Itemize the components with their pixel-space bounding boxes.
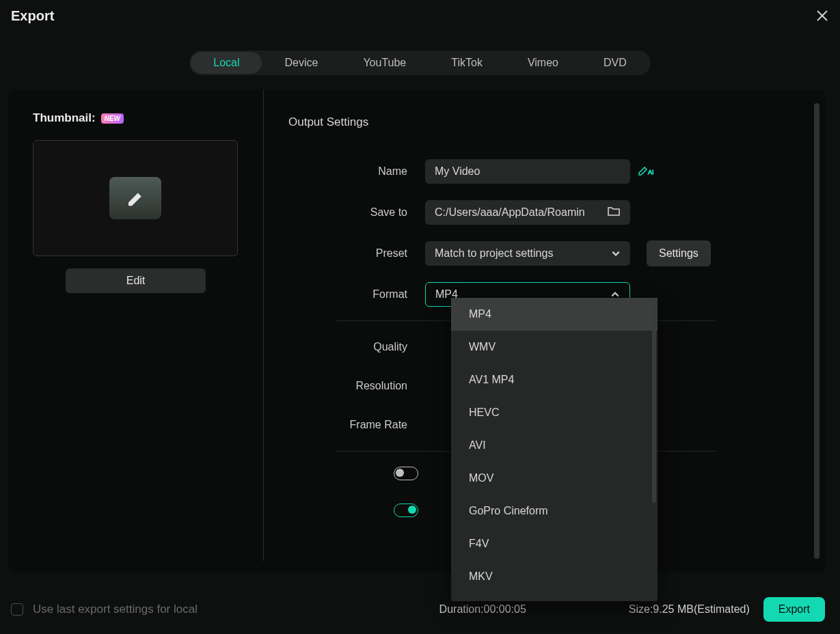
export-tabs: Local Device YouTube TikTok Vimeo DVD (189, 51, 651, 75)
close-icon[interactable] (815, 9, 829, 23)
format-option-gopro[interactable]: GoPro Cineform (451, 495, 658, 527)
quality-label: Quality (288, 341, 425, 353)
preset-label: Preset (288, 247, 425, 260)
saveto-label: Save to (288, 206, 425, 219)
tab-device[interactable]: Device (262, 52, 340, 74)
tab-tiktok[interactable]: TikTok (429, 52, 505, 74)
preset-value: Match to project settings (435, 247, 553, 260)
status-size: Size:9.25 MB(Estimated) (629, 603, 750, 616)
use-last-settings-checkbox[interactable] (11, 603, 23, 616)
edit-thumbnail-button[interactable]: Edit (66, 268, 206, 293)
saveto-value: C:/Users/aaa/AppData/Roamin (435, 206, 585, 219)
name-field[interactable] (425, 159, 630, 184)
format-option-avi[interactable]: AVI (451, 429, 658, 462)
tab-local[interactable]: Local (191, 52, 262, 74)
thumbnail-preview[interactable] (33, 140, 238, 256)
dropdown-scrollbar[interactable] (652, 305, 656, 503)
svg-text:AI: AI (648, 169, 654, 176)
pencil-icon (109, 177, 161, 219)
toggle-2[interactable] (394, 504, 418, 517)
format-option-f4v[interactable]: F4V (451, 527, 658, 560)
tab-vimeo[interactable]: Vimeo (505, 52, 581, 74)
ai-rename-icon[interactable]: AI (637, 163, 655, 180)
saveto-field[interactable]: C:/Users/aaa/AppData/Roamin (425, 200, 630, 225)
toggle-1[interactable] (394, 467, 418, 480)
format-option-av1mp4[interactable]: AV1 MP4 (451, 363, 658, 396)
page-title: Export (11, 8, 54, 24)
preset-settings-button[interactable]: Settings (647, 240, 711, 266)
format-option-mp4[interactable]: MP4 (451, 298, 658, 331)
framerate-label: Frame Rate (288, 419, 425, 431)
tab-dvd[interactable]: DVD (581, 52, 649, 74)
output-settings-heading: Output Settings (288, 115, 825, 129)
format-option-mov[interactable]: MOV (451, 462, 658, 495)
thumbnail-label: Thumbnail: (33, 111, 96, 125)
status-duration: Duration:00:00:05 (439, 603, 526, 616)
export-button[interactable]: Export (763, 597, 825, 622)
new-badge: NEW (101, 113, 124, 124)
preset-select[interactable]: Match to project settings (425, 241, 630, 266)
name-label: Name (288, 165, 425, 178)
resolution-label: Resolution (288, 380, 425, 392)
use-last-settings-label: Use last export settings for local (33, 603, 198, 616)
folder-icon[interactable] (607, 206, 621, 219)
tab-youtube[interactable]: YouTube (340, 52, 429, 74)
format-dropdown: MP4 WMV AV1 MP4 HEVC AVI MOV GoPro Cinef… (451, 298, 658, 601)
format-option-wmv[interactable]: WMV (451, 331, 658, 363)
format-option-mkv[interactable]: MKV (451, 560, 658, 593)
panel-scrollbar[interactable] (814, 103, 819, 559)
format-label: Format (288, 288, 425, 301)
chevron-down-icon (611, 249, 621, 258)
format-option-hevc[interactable]: HEVC (451, 396, 658, 429)
